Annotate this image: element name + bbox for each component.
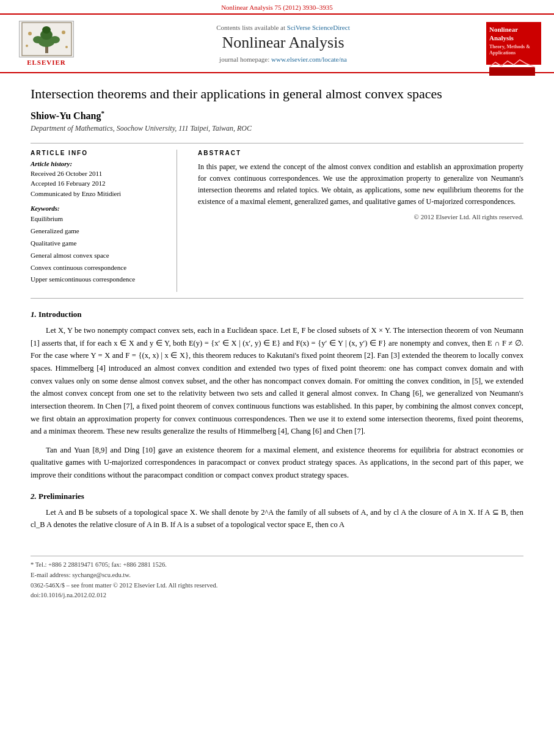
license-line: 0362-546X/$ – see front matter © 2012 El… xyxy=(31,581,523,591)
journal-reference-text: Nonlinear Analysis 75 (2012) 3930–3935 xyxy=(221,4,333,11)
abstract-text: In this paper, we extend the concept of … xyxy=(198,161,523,208)
footnote-2: E-mail address: sychange@scu.edu.tw. xyxy=(31,570,523,581)
keyword-item: General almost convex space xyxy=(31,250,168,262)
keyword-item: Equilibrium xyxy=(31,213,168,225)
keyword-item: Qualitative game xyxy=(31,238,168,250)
footnote-1: * Tel.: +886 2 28819471 6705; fax: +886 … xyxy=(31,560,523,570)
history-accepted: Accepted 16 February 2012 xyxy=(31,178,168,189)
article-content: Intersection theorems and their applicat… xyxy=(0,73,554,550)
svg-point-6 xyxy=(33,36,43,43)
svg-point-10 xyxy=(26,45,28,47)
section-1-paragraph-1: Let X, Y be two nonempty compact convex … xyxy=(31,324,523,438)
keywords-list: EquilibriumGeneralized gameQualitative g… xyxy=(31,213,168,286)
sciverse-link[interactable]: SciVerse ScienceDirect xyxy=(287,24,350,31)
svg-point-9 xyxy=(62,31,65,34)
journal-homepage-line: journal homepage: www.elsevier.com/locat… xyxy=(89,56,477,63)
article-keywords: Keywords: EquilibriumGeneralized gameQua… xyxy=(31,205,168,286)
journal-logo-subtitle: Theory, Methods &Applications xyxy=(489,44,538,57)
history-received: Received 26 October 2011 xyxy=(31,169,168,179)
journal-reference-bar: Nonlinear Analysis 75 (2012) 3930–3935 xyxy=(0,0,554,15)
journal-logo-box: NonlinearAnalysis Theory, Methods &Appli… xyxy=(486,22,541,65)
contents-available-line: Contents lists available at SciVerse Sci… xyxy=(89,24,477,31)
journal-logo-title: NonlinearAnalysis xyxy=(489,25,538,43)
journal-center: Contents lists available at SciVerse Sci… xyxy=(89,24,477,63)
affiliation: Department of Mathematics, Soochow Unive… xyxy=(31,124,523,133)
article-history: Article history: Received 26 October 201… xyxy=(31,160,168,199)
svg-rect-12 xyxy=(489,67,535,76)
info-abstract-section: ARTICLE INFO Article history: Received 2… xyxy=(31,143,523,299)
article-info-column: ARTICLE INFO Article history: Received 2… xyxy=(31,150,177,292)
section-1-heading: 1. Introduction xyxy=(31,310,523,319)
journal-homepage-link[interactable]: www.elsevier.com/locate/na xyxy=(271,56,347,63)
keyword-item: Convex continuous correspondence xyxy=(31,262,168,274)
history-label: Article history: xyxy=(31,160,168,167)
section-2-paragraph-1: Let A and B be subsets of a topological … xyxy=(31,506,523,531)
author-name: Shiow-Yu Chang* xyxy=(31,109,523,122)
article-footer: * Tel.: +886 2 28819471 6705; fax: +886 … xyxy=(31,556,523,598)
keywords-label: Keywords: xyxy=(31,205,168,212)
journal-logo-right: NonlinearAnalysis Theory, Methods &Appli… xyxy=(483,22,544,65)
history-communicated: Communicated by Enzo Mitidieri xyxy=(31,189,168,199)
elsevier-logo-art xyxy=(19,21,74,57)
abstract-column: ABSTRACT In this paper, we extend the co… xyxy=(189,150,523,292)
section-2-number: 2. xyxy=(31,492,37,501)
copyright-line: © 2012 Elsevier Ltd. All rights reserved… xyxy=(198,213,523,220)
section-1-paragraph-2: Tan and Yuan [8,9] and Ding [10] gave an… xyxy=(31,444,523,482)
section-2-title: Preliminaries xyxy=(38,492,84,501)
svg-point-8 xyxy=(28,32,32,35)
author-note-sup: * xyxy=(101,109,104,117)
svg-point-7 xyxy=(50,36,60,43)
keyword-item: Upper semicontinuous correspondence xyxy=(31,274,168,286)
section-2-heading: 2. Preliminaries xyxy=(31,492,523,501)
section-1-title: Introduction xyxy=(38,310,82,319)
svg-point-5 xyxy=(42,26,51,34)
keyword-item: Generalized game xyxy=(31,225,168,238)
article-info-label: ARTICLE INFO xyxy=(31,150,168,156)
journal-title: Nonlinear Analysis xyxy=(89,34,477,52)
svg-point-11 xyxy=(65,46,68,48)
section-1-number: 1. xyxy=(31,310,37,319)
article-title: Intersection theorems and their applicat… xyxy=(31,85,523,103)
elsevier-logo: ELSEVIER xyxy=(10,21,83,66)
journal-header: ELSEVIER Contents lists available at Sci… xyxy=(0,15,554,73)
elsevier-brand-text: ELSEVIER xyxy=(27,59,66,66)
doi-line: doi:10.1016/j.na.2012.02.012 xyxy=(31,592,523,598)
abstract-label: ABSTRACT xyxy=(198,150,523,156)
